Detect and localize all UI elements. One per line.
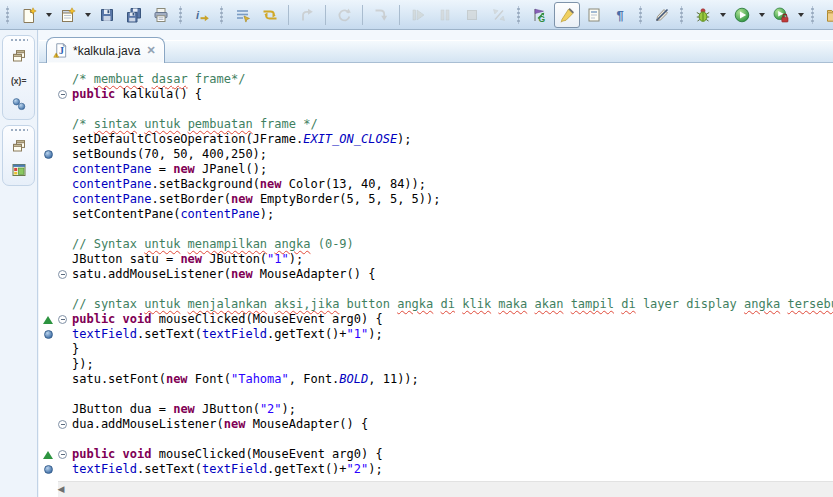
new-java-class-button[interactable] [55,2,81,28]
open-type-button[interactable]: G [527,2,553,28]
code-line[interactable]: textField.setText(textField.getText()+"2… [39,462,833,477]
scrollbar-track[interactable] [58,481,833,497]
code-line[interactable] [39,282,833,297]
code-line[interactable] [39,432,833,447]
code-token: "1" [347,327,369,341]
toolbar-drag-handle[interactable] [5,6,12,24]
open-task-button[interactable] [821,2,833,28]
code-token: new [166,372,188,386]
code-token [180,297,187,311]
code-token: new [173,402,195,416]
code-line[interactable]: satu.setFont(new Font("Tahoma", Font.BOL… [39,372,833,387]
code-line[interactable]: setDefaultCloseOperation(JFrame.EXIT_ON_… [39,132,833,147]
fold-collapse-toggle[interactable] [58,315,67,324]
breakpoint-marker[interactable] [44,330,53,339]
code-line[interactable]: contentPane.setBackground(new Color(13, … [39,177,833,192]
code-token: ); [289,252,303,266]
code-token: EmptyBorder(5, 5, 5, 5)); [253,192,441,206]
code-line[interactable]: public kalkula() { [39,87,833,102]
breakpoint-marker[interactable] [44,465,53,474]
print-button[interactable] [148,2,174,28]
code-token: , Font. [289,372,340,386]
code-line[interactable]: setBounds(70, 50, 400,250); [39,147,833,162]
code-token: setDefaultCloseOperation(JFrame. [72,132,303,146]
toolbar-drag-handle[interactable] [516,6,523,24]
breakpoint-marker[interactable] [44,150,53,159]
editor-tab-kalkula[interactable]: J *kalkula.java ✕ [46,37,165,63]
scroll-left-icon[interactable]: ◀ [53,482,69,496]
code-line[interactable]: contentPane = new JPanel(); [39,162,833,177]
code-token: Color(13, 40, 84)); [282,177,427,191]
toggle-breadcrumb-icon [654,7,670,23]
code-line[interactable]: // Syntax untuk menampilkan angka (0-9) [39,237,833,252]
toolbar-drag-handle[interactable] [638,6,645,24]
code-line[interactable]: }); [39,357,833,372]
show-source-of-element-button[interactable] [230,2,256,28]
restore-view-button[interactable] [7,45,31,66]
code-line[interactable] [39,222,833,237]
debug-dropdown-icon[interactable] [720,13,726,17]
restore-view-button[interactable] [7,135,31,156]
code-token: "2" [260,402,282,416]
code-token: satu.setFont( [72,372,166,386]
coverage-dropdown-icon[interactable] [798,13,804,17]
show-selected-element-only-button[interactable] [581,2,607,28]
undo-icon [336,7,352,23]
link-with-editor-button[interactable] [257,2,283,28]
fast-view-drag-handle[interactable] [10,38,28,42]
new-wizard-button[interactable] [16,2,42,28]
fold-collapse-toggle[interactable] [58,420,67,429]
build-external-tool-button[interactable]: i [189,2,215,28]
toolbar-drag-handle[interactable] [178,6,185,24]
show-selected-element-only-icon [586,7,602,23]
code-line[interactable]: /* sintax untuk pembuatan frame */ [39,117,833,132]
code-line[interactable] [39,387,833,402]
code-line[interactable]: JButton dua = new JButton("2"); [39,402,833,417]
close-tab-icon[interactable]: ✕ [145,45,156,56]
new-wizard-dropdown-icon[interactable] [46,13,52,17]
code-token: new [231,192,253,206]
code-line[interactable]: textField.setText(textField.getText()+"1… [39,327,833,342]
code-line[interactable]: dua.addMouseListener(new MouseAdapter() … [39,417,833,432]
new-java-class-dropdown-icon[interactable] [85,13,91,17]
horizontal-scrollbar[interactable]: ◀ [39,481,833,497]
code-line[interactable]: setContentPane(contentPane); [39,207,833,222]
code-line[interactable]: } [39,342,833,357]
code-line[interactable]: /* membuat dasar frame*/ [39,72,833,87]
breakpoints-view-button[interactable] [7,93,31,114]
run-button[interactable] [729,2,755,28]
code-line[interactable]: public void mouseClicked(MouseEvent arg0… [39,447,833,462]
coverage-button[interactable] [768,2,794,28]
save-button[interactable] [94,2,120,28]
toolbar-drag-handle[interactable] [810,6,817,24]
fold-collapse-toggle[interactable] [58,450,67,459]
fast-view-drag-handle[interactable] [10,128,28,132]
code-editor[interactable]: /* membuat dasar frame*/public kalkula()… [39,63,833,481]
code-line[interactable]: // syntax untuk menjalankan aksi,jika bu… [39,297,833,312]
code-token: dua.addMouseListener( [72,417,224,431]
toggle-breadcrumb-button[interactable] [649,2,675,28]
code-line[interactable]: public void mouseClicked(MouseEvent arg0… [39,312,833,327]
code-line[interactable]: satu.addMouseListener(new MouseAdapter()… [39,267,833,282]
variables-view-button[interactable]: (x)= [7,69,31,90]
code-token: dasar [152,72,188,86]
run-dropdown-icon[interactable] [759,13,765,17]
show-whitespace-button[interactable]: ¶ [608,2,634,28]
toolbar-drag-handle[interactable] [679,6,686,24]
fold-collapse-toggle[interactable] [58,270,67,279]
save-all-button[interactable] [121,2,147,28]
code-token: sintax [94,117,137,131]
open-type-icon: G [532,7,548,23]
debug-button[interactable] [690,2,716,28]
code-token: contentPane [72,177,151,191]
svg-text:¶: ¶ [617,8,624,23]
code-token: .setText( [137,327,202,341]
toolbar-drag-handle[interactable] [219,6,226,24]
code-token: public void [72,447,151,461]
fold-collapse-toggle[interactable] [58,90,67,99]
gui-designer-view-button[interactable] [7,159,31,180]
code-line[interactable] [39,102,833,117]
code-line[interactable]: JButton satu = new JButton("1"); [39,252,833,267]
code-line[interactable]: contentPane.setBorder(new EmptyBorder(5,… [39,192,833,207]
mark-occurrences-button[interactable] [554,2,580,28]
